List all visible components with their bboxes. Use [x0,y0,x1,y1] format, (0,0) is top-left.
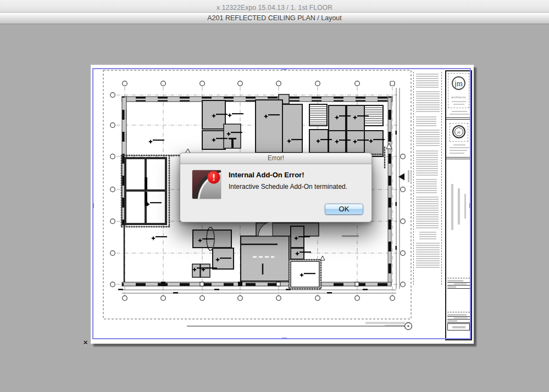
architect-stamp: jh [450,123,468,142]
error-dialog-titlebar[interactable]: Error! [180,153,371,164]
page-origin-marker: ✕ [83,339,88,346]
ok-button[interactable]: OK [325,204,363,215]
logo-monogram: jm [452,76,465,90]
svg-text:!: ! [212,172,215,183]
error-dialog-title: Error! [268,154,284,162]
scale-bar [187,322,412,330]
error-message: Interactive Schedule Add-On terminated. [229,183,347,191]
alert-badge-icon: ! [208,171,220,184]
titleblock-right-column: jm architects jh [445,70,472,340]
project-title-vertical-text [451,184,453,230]
logo-caption: architects [448,96,469,99]
error-dialog[interactable]: Error! ! Internal Add-O [180,153,372,222]
active-window-titlebar[interactable]: A201 REFLECTED CEILING PLAN / Layout [0,13,549,24]
titleblock-notes-column [413,72,442,285]
stamp-initials: jh [454,127,463,136]
error-heading: Internal Add-On Error! [229,171,304,179]
background-window-titlebar[interactable]: x 12322Expo 15.04.13 / 1. 1st FLOOR [0,0,549,13]
archicad-app-icon: ! [192,170,221,199]
active-window-title: A201 REFLECTED CEILING PLAN / Layout [0,14,549,22]
titleblock-sheet-table [447,312,470,331]
architect-logo-block: jm architects [448,73,469,108]
titleblock-revision-table [447,278,470,289]
background-window-title: x 12322Expo 15.04.13 / 1. 1st FLOOR [0,4,549,12]
